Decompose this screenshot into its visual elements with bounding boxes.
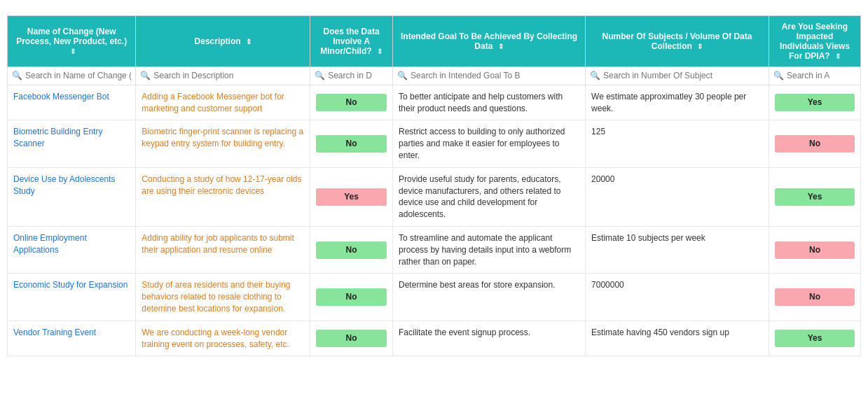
cell-number: 20000 [586,167,769,226]
sort-icon[interactable]: ⇕ [835,52,841,60]
cell-goal: Provide useful study for parents, educat… [393,167,586,226]
search-icon: 🔍 [12,70,22,82]
table-row: Facebook Messenger BotAdding a Facebook … [8,85,861,120]
seek-badge: Yes [775,330,855,347]
cell-number: 125 [586,120,769,167]
column-header-goal[interactable]: Intended Goal To Be Achieved By Collecti… [393,16,586,67]
seek-badge: No [775,288,855,306]
table-row: Economic Study for ExpansionStudy of are… [8,274,861,321]
cell-description: We are conducting a week-long vendor tra… [136,321,310,356]
minor-badge: Yes [316,188,387,206]
cell-number: 7000000 [586,274,769,321]
cell-minor: No [310,120,393,167]
table-row: Device Use by Adolescents StudyConductin… [8,167,861,226]
column-header-seek[interactable]: Are You Seeking Impacted Individuals Vie… [769,16,860,67]
minor-badge: No [316,135,387,153]
cell-seek: Yes [769,167,860,226]
cell-minor: No [310,321,393,356]
cell-goal: Determine best areas for store expansion… [393,274,586,321]
cell-name: Facebook Messenger Bot [8,85,136,120]
cell-goal: Facilitate the event signup process. [393,321,586,356]
search-input-goal[interactable] [411,71,581,80]
minor-badge: No [316,241,387,259]
cell-name: Online Employment Applications [8,226,136,273]
cell-seek: Yes [769,321,860,356]
cell-number: Estimate 10 subjects per week [586,226,769,273]
cell-goal: To streamline and automate the applicant… [393,226,586,273]
search-cell-goal: 🔍 [393,67,586,85]
seek-badge: No [775,241,855,259]
cell-description: Adding ability for job applicants to sub… [136,226,310,273]
search-input-num[interactable] [603,71,764,80]
sort-icon[interactable]: ⇕ [498,43,504,50]
sort-icon[interactable]: ⇕ [246,38,252,45]
column-header-name[interactable]: Name of Change (New Process, New Product… [8,16,136,67]
search-icon: 🔍 [315,70,325,82]
search-input-name[interactable] [25,71,131,80]
cell-seek: No [769,120,860,167]
sort-icon[interactable]: ⇕ [697,43,703,50]
cell-minor: Yes [310,167,393,226]
cell-description: Adding a Facebook Messenger bot for mark… [136,85,310,120]
cell-name: Device Use by Adolescents Study [8,167,136,226]
cell-description: Study of area residents and their buying… [136,274,310,321]
cell-number: We estimate approximatley 30 people per … [586,85,769,120]
cell-name: Biometric Building Entry Scanner [8,120,136,167]
search-input-desc[interactable] [153,71,305,80]
search-cell-name: 🔍 [8,67,136,85]
cell-minor: No [310,85,393,120]
search-cell-desc: 🔍 [136,67,310,85]
cell-goal: Restrict access to building to only auth… [393,120,586,167]
search-input-minor[interactable] [328,71,388,80]
column-header-num[interactable]: Number Of Subjects / Volume Of Data Coll… [586,16,769,67]
column-header-minor[interactable]: Does the Data Involve A Minor/Child? ⇕ [310,16,393,67]
cell-description: Conducting a study of how 12-17-year old… [136,167,310,226]
cell-seek: No [769,226,860,273]
seek-badge: Yes [775,188,855,206]
search-input-seek[interactable] [787,71,856,80]
cell-minor: No [310,274,393,321]
minor-badge: No [316,330,387,347]
minor-badge: No [316,94,387,111]
search-icon: 🔍 [773,70,784,82]
cell-name: Vendor Training Event [8,321,136,356]
table-row: Biometric Building Entry ScannerBiometri… [8,120,861,167]
table-row: Online Employment ApplicationsAdding abi… [8,226,861,273]
sort-icon[interactable]: ⇕ [70,48,76,55]
column-header-desc[interactable]: Description ⇕ [136,16,310,67]
cell-seek: No [769,274,860,321]
table-row: Vendor Training EventWe are conducting a… [8,321,861,356]
sort-icon[interactable]: ⇕ [377,48,383,55]
search-cell-seek: 🔍 [769,67,860,85]
search-icon: 🔍 [590,70,600,82]
search-icon: 🔍 [397,70,408,82]
cell-number: Estimate having 450 vendors sign up [586,321,769,356]
cell-name: Economic Study for Expansion [8,274,136,321]
search-cell-num: 🔍 [586,67,769,85]
seek-badge: No [775,135,855,153]
minor-badge: No [316,288,387,306]
cell-seek: Yes [769,85,860,120]
search-icon: 🔍 [140,70,151,82]
cell-goal: To better anticipate and help customers … [393,85,586,120]
cell-description: Biometric finger-print scanner is replac… [136,120,310,167]
seek-badge: Yes [775,94,855,111]
search-cell-minor: 🔍 [310,67,393,85]
cell-minor: No [310,226,393,273]
